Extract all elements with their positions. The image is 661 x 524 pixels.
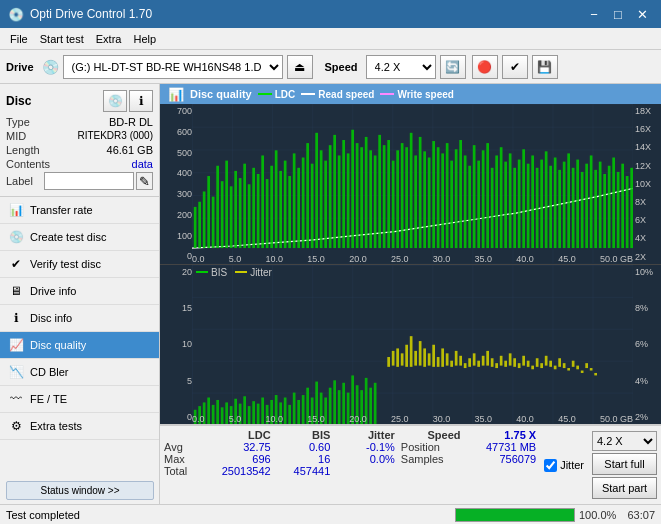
svg-rect-10 (234, 171, 237, 248)
svg-rect-161 (477, 360, 480, 366)
svg-rect-143 (396, 348, 399, 366)
svg-rect-92 (603, 174, 606, 248)
svg-rect-13 (248, 184, 251, 248)
menu-starttest[interactable]: Start test (34, 31, 90, 47)
svg-rect-145 (405, 344, 408, 366)
svg-rect-174 (536, 358, 539, 367)
svg-rect-73 (518, 160, 521, 248)
menu-bar: File Start test Extra Help (0, 28, 661, 50)
sidebar-item-transfer-rate[interactable]: 📊 Transfer rate (0, 197, 159, 224)
stats-row-max: Max 696 16 0.0% Samples 756079 (164, 453, 536, 465)
close-button[interactable]: ✕ (631, 3, 653, 25)
maximize-button[interactable]: □ (607, 3, 629, 25)
start-full-button[interactable]: Start full (592, 453, 657, 475)
speed-select[interactable]: 4.2 X (366, 55, 436, 79)
sidebar-item-cd-bler[interactable]: 📉 CD Bler (0, 359, 159, 386)
label-input[interactable] (44, 172, 134, 190)
menu-file[interactable]: File (4, 31, 34, 47)
svg-rect-51 (419, 137, 422, 248)
sidebar-item-disc-quality[interactable]: 📈 Disc quality (0, 332, 159, 359)
disc-field-type: Type BD-R DL (6, 116, 153, 128)
sidebar-item-drive-info[interactable]: 🖥 Drive info (0, 278, 159, 305)
charts-area: 7006005004003002001000 18X16X14X12X10X8X… (160, 104, 661, 424)
create-test-disc-icon: 💿 (8, 229, 24, 245)
jitter-checkbox[interactable] (544, 459, 557, 472)
save-button[interactable]: 💾 (532, 55, 558, 79)
svg-rect-79 (545, 151, 548, 248)
disc-icon-btn[interactable]: 💿 (103, 90, 127, 112)
svg-rect-19 (275, 150, 278, 248)
app-title: Opti Drive Control 1.70 (30, 7, 152, 21)
svg-rect-62 (468, 166, 471, 248)
svg-rect-47 (401, 143, 404, 248)
disc-field-length: Length 46.61 GB (6, 144, 153, 156)
bis-x-axis: 0.05.010.015.020.025.030.035.040.045.050… (192, 414, 633, 424)
disc-info-btn[interactable]: ℹ (129, 90, 153, 112)
disc-section-label: Disc (6, 94, 31, 108)
test-speed-select[interactable]: 4.2 X (592, 431, 657, 451)
svg-rect-50 (414, 155, 417, 248)
ldc-chart-svg (192, 104, 633, 264)
svg-rect-5 (212, 197, 215, 248)
svg-rect-21 (284, 161, 287, 248)
burn-button[interactable]: 🔴 (472, 55, 498, 79)
bis-y-axis-left: 20151050 (160, 265, 192, 425)
svg-rect-80 (549, 166, 552, 248)
svg-rect-150 (428, 353, 431, 365)
start-part-button[interactable]: Start part (592, 477, 657, 499)
stats-panel: LDC BIS Jitter Speed 1.75 X Avg (160, 424, 661, 504)
svg-rect-76 (531, 155, 534, 248)
verify-button[interactable]: ✔ (502, 55, 528, 79)
svg-rect-164 (491, 358, 494, 367)
svg-rect-96 (621, 164, 624, 248)
legend-ldc: LDC (258, 89, 296, 100)
disc-quality-icon: 📈 (8, 337, 24, 353)
sidebar-item-extra-tests[interactable]: ⚙ Extra tests (0, 413, 159, 440)
legend-readspeed: Read speed (301, 89, 374, 100)
menu-extra[interactable]: Extra (90, 31, 128, 47)
disc-info-header: Disc 💿 ℹ (6, 90, 153, 112)
svg-rect-71 (509, 153, 512, 248)
svg-rect-91 (599, 162, 602, 248)
svg-rect-37 (356, 143, 359, 248)
svg-rect-162 (482, 355, 485, 365)
bis-y-axis-right: 10%8%6%4%2% (633, 265, 661, 425)
sidebar-item-fe-te[interactable]: 〰 FE / TE (0, 386, 159, 413)
svg-rect-60 (459, 140, 462, 248)
svg-rect-94 (612, 158, 615, 249)
svg-rect-144 (401, 353, 404, 365)
sidebar-item-verify-test-disc[interactable]: ✔ Verify test disc (0, 251, 159, 278)
svg-rect-55 (437, 147, 440, 248)
action-buttons: 4.2 X Start full Start part (592, 429, 657, 501)
ldc-dot (258, 93, 272, 95)
status-window-button[interactable]: Status window >> (6, 481, 154, 500)
sidebar-item-disc-info[interactable]: ℹ Disc info (0, 305, 159, 332)
extra-tests-icon: ⚙ (8, 418, 24, 434)
svg-rect-33 (338, 155, 341, 248)
refresh-button[interactable]: 🔄 (440, 55, 466, 79)
svg-rect-35 (347, 153, 350, 248)
minimize-button[interactable]: − (583, 3, 605, 25)
svg-rect-142 (392, 350, 395, 365)
label-edit-button[interactable]: ✎ (136, 172, 153, 190)
svg-rect-54 (432, 141, 435, 248)
svg-rect-26 (306, 143, 309, 248)
svg-rect-87 (581, 172, 584, 248)
svg-rect-155 (450, 360, 453, 366)
svg-rect-75 (527, 164, 530, 248)
progress-wrapper: 100.0% 63:07 (455, 508, 655, 522)
sidebar-item-create-test-disc[interactable]: 💿 Create test disc (0, 224, 159, 251)
svg-rect-147 (414, 350, 417, 365)
transfer-rate-icon: 📊 (8, 202, 24, 218)
svg-rect-182 (572, 360, 575, 366)
svg-rect-157 (459, 355, 462, 365)
svg-rect-86 (576, 160, 579, 248)
drive-select[interactable]: (G:) HL-DT-ST BD-RE WH16NS48 1.D3 (63, 55, 283, 79)
svg-rect-41 (374, 155, 377, 248)
eject-button[interactable]: ⏏ (287, 55, 313, 79)
chart2-legend: BIS Jitter (196, 267, 272, 278)
svg-rect-6 (216, 166, 219, 248)
svg-rect-169 (513, 358, 516, 367)
menu-help[interactable]: Help (127, 31, 162, 47)
writespeed-dot (380, 93, 394, 95)
